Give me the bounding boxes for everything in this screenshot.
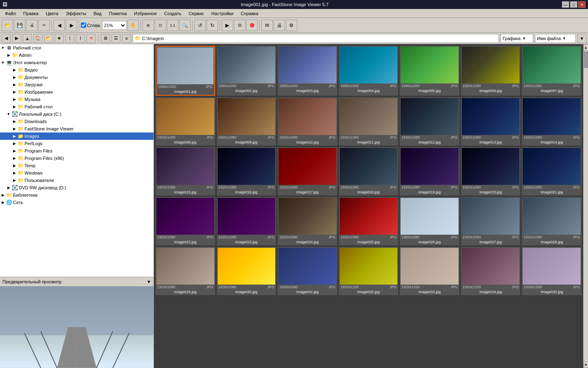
menu-item-файл[interactable]: Файл (2, 10, 19, 17)
menu-item-пометка[interactable]: Пометка (106, 10, 130, 17)
thumbnail-item[interactable]: 1920x1200JPGImage033.jpg (400, 247, 459, 295)
thumbnail-item[interactable]: 1920x1080JPGImage022.jpg (156, 197, 215, 245)
tree-item-desktop2[interactable]: ▶📁Рабочий стол (0, 103, 154, 110)
thumbnail-item[interactable]: 1920x1080JPGImage006.jpg (461, 46, 521, 96)
thumbnail-item[interactable]: 1920x1200JPGImage035.jpg (522, 247, 581, 295)
tb-slideshow-button[interactable]: ▶ (222, 20, 233, 31)
tb-next-button[interactable]: ▶ (66, 20, 77, 31)
tree-expand-network[interactable]: ▶ (0, 200, 6, 204)
tb-compare-button[interactable]: ⊟ (234, 20, 245, 31)
tree-item-temp[interactable]: ▶📁Temp (0, 162, 154, 169)
thumbnail-item[interactable]: 1920x1080JPGImage012.jpg (400, 97, 459, 146)
thumbnail-item[interactable]: 1680x1050JPGImage004.jpg (339, 46, 399, 96)
tree-item-admin[interactable]: ▶📁Admin (0, 52, 154, 59)
thumbnail-item[interactable]: 1920x1080JPGImage013.jpg (461, 97, 521, 146)
nav-home-button[interactable]: 🏠 (33, 34, 42, 43)
tree-item-perflogs[interactable]: ▶📁PerfLogs (0, 140, 154, 147)
thumbnail-item[interactable]: 1920x1080JPGImage015.jpg (156, 147, 215, 195)
tree-expand-images[interactable]: ▶ (11, 90, 17, 94)
thumbnail-item[interactable]: 1920x1080JPGImage030.jpg (217, 247, 276, 295)
tree-item-desktop[interactable]: ▼🖥Рабочий стол (0, 44, 154, 52)
thumbnail-item[interactable]: 1920x1080JPGImage025.jpg (339, 197, 399, 245)
thumbnail-item[interactable]: 1920x1080JPGImage026.jpg (400, 197, 459, 245)
nav-forward-button[interactable]: ▶ (12, 34, 21, 43)
tb-settings-button[interactable]: ⚙ (286, 20, 297, 31)
nav-list-button[interactable]: ☰ (111, 34, 120, 43)
nav-view-dropdown[interactable]: Графика ▼ (501, 34, 533, 43)
tree-item-music[interactable]: ▶📁Музыка (0, 96, 154, 103)
tb-fullfit-button[interactable]: ⊡ (155, 20, 166, 31)
maximize-button[interactable]: □ (570, 1, 577, 8)
thumbnail-item[interactable]: 1920x1080JPGImage016.jpg (217, 147, 276, 195)
tree-expand-faststone[interactable]: ▶ (11, 127, 17, 131)
nav-up-button[interactable]: ▲ (23, 34, 32, 43)
tree-item-downloads2[interactable]: ▶📁Downloads (0, 118, 154, 125)
thumbnail-item[interactable]: 1680x1050JPGImage002.jpg (217, 46, 276, 96)
thumbnail-item[interactable]: 1920x1080JPGImage018.jpg (339, 147, 399, 195)
menu-item-цвета[interactable]: Цвета (42, 10, 62, 17)
nav-scroll-right[interactable]: ▼ (577, 34, 586, 43)
tb-prev-button[interactable]: ◀ (53, 20, 65, 31)
menu-item-избранное[interactable]: Избранное (131, 10, 160, 17)
tree-item-libraries[interactable]: ▶📁Библиотеки (0, 191, 154, 199)
thumbnail-item[interactable]: 1920x1080JPGImage029.jpg (156, 247, 215, 295)
tb-email-button[interactable]: ✉ (261, 20, 273, 31)
tb-delete-button[interactable]: ✂ (38, 20, 50, 31)
preview-header-bar[interactable]: Предварительный просмотр ▼ (0, 277, 154, 286)
thumbnail-item[interactable]: 1680x1050JPGImage005.jpg (400, 46, 459, 96)
tb-actual-button[interactable]: 1:1 (167, 20, 178, 31)
tree-expand-dvd[interactable]: ▶ (6, 186, 11, 190)
nav-sort-dropdown[interactable]: Имя файла ▼ (535, 34, 576, 43)
nav-cancel-button[interactable]: ✕ (87, 34, 96, 43)
thumbnail-item[interactable]: 1920x1200JPGImage032.jpg (339, 247, 399, 295)
tree-expand-computer[interactable]: ▼ (0, 61, 6, 65)
tree-item-computer[interactable]: ▼💻Этот компьютер (0, 59, 154, 66)
tree-expand-libraries[interactable]: ▶ (0, 193, 6, 197)
menu-item-сервис[interactable]: Сервис (185, 10, 207, 17)
tb-fit-button[interactable]: ⊞ (143, 20, 154, 31)
tree-expand-temp[interactable]: ▶ (11, 164, 17, 168)
thumbnail-item[interactable]: 1920x1080JPGImage020.jpg (461, 147, 521, 195)
menu-item-создать[interactable]: Создать (161, 10, 185, 17)
menu-item-вид[interactable]: Вид (90, 10, 105, 17)
thumbnail-item[interactable]: 1920x1080JPGImage019.jpg (400, 147, 459, 195)
tree-expand-desktop2[interactable]: ▶ (11, 105, 17, 109)
thumbnail-item[interactable]: 1920x1080JPGImage024.jpg (278, 197, 337, 245)
tree-expand-desktop[interactable]: ▼ (0, 46, 6, 50)
thumbnail-item[interactable]: 1920x1080JPGImage028.jpg (522, 197, 581, 245)
thumbnail-item[interactable]: 1920x1080JPGImage007.jpg (522, 46, 581, 96)
tree-expand-users[interactable]: ▶ (11, 178, 17, 182)
tree-item-docs[interactable]: ▶📁Документы (0, 74, 154, 81)
tree-expand-windows[interactable]: ▶ (11, 171, 17, 175)
tree-item-network[interactable]: ▶🌐Сеть (0, 199, 154, 206)
nav-back-button[interactable]: ◀ (2, 34, 11, 43)
thumbnail-item[interactable]: 1680x1050JPGImage001.jpg (156, 46, 215, 96)
tree-item-programfilesx86[interactable]: ▶📁Program Files (x86) (0, 155, 154, 162)
menu-item-эффекты[interactable]: Эффекты (62, 10, 89, 17)
thumbnail-item[interactable]: 1920x1080JPGImage009.jpg (217, 97, 276, 146)
tree-item-users[interactable]: ▶📁Пользователи (0, 177, 154, 184)
tb-red-button[interactable]: 🔴 (246, 20, 258, 31)
tb-hand-button[interactable]: ✋ (127, 20, 139, 31)
tree-item-dvd[interactable]: ▶💽DVD RW дисковод (D:) (0, 184, 154, 191)
nav-next-folder-button[interactable]: ⟩ (76, 34, 85, 43)
nav-detail-button[interactable]: ≡ (122, 34, 131, 43)
thumbnail-item[interactable]: 1920x1080JPGImage008.jpg (156, 97, 215, 146)
tree-expand-music[interactable]: ▶ (11, 97, 17, 101)
tree-expand-downloads2[interactable]: ▶ (11, 119, 17, 123)
tree-expand-video[interactable]: ▶ (11, 68, 17, 72)
tb-rotl-button[interactable]: ↺ (194, 20, 206, 31)
tb-zoomin-button[interactable]: 🔍 (179, 20, 191, 31)
tree-expand-programfilesx86[interactable]: ▶ (11, 156, 17, 160)
scroll-down-button[interactable]: ▼ (584, 361, 588, 368)
tree-item-images[interactable]: ▶📁Изображения (0, 88, 154, 96)
tree-item-programfiles[interactable]: ▶📁Program Files (0, 147, 154, 155)
menu-item-настройки[interactable]: Настройки (208, 10, 237, 17)
tree-item-localdisk[interactable]: ▼💽Локальный диск (C:) (0, 110, 154, 118)
nav-fav-button[interactable]: ★ (55, 34, 64, 43)
scroll-up-button[interactable]: ▲ (584, 44, 588, 51)
tree-item-downloads[interactable]: ▶📁Загрузки (0, 81, 154, 88)
thumbnail-item[interactable]: 1920x1080JPGImage011.jpg (339, 97, 399, 146)
tree-expand-imagesFolder[interactable]: ▶ (11, 134, 17, 138)
scroll-track[interactable]: ▲ ▼ (583, 44, 588, 368)
